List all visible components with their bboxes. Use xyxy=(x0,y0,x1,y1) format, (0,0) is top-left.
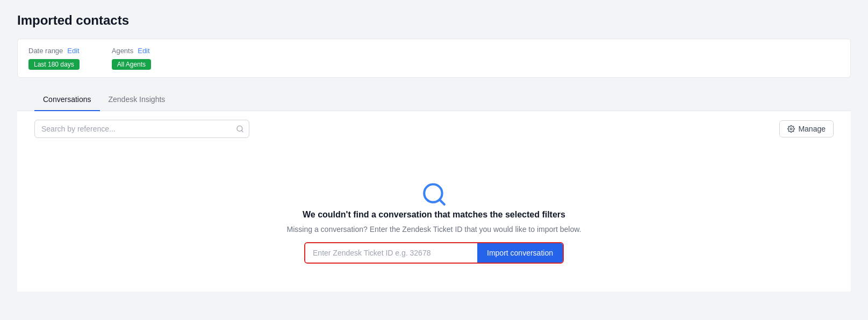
date-range-filter: Date range Edit Last 180 days xyxy=(28,47,80,70)
manage-button[interactable]: Manage xyxy=(779,120,834,137)
gear-icon xyxy=(787,125,795,133)
content-area: Conversations Zendesk Insights xyxy=(17,89,851,292)
agents-filter: Agents Edit All Agents xyxy=(112,47,151,70)
manage-button-label: Manage xyxy=(798,125,826,133)
agents-label: Agents Edit xyxy=(112,47,151,55)
import-conversation-button[interactable]: Import conversation xyxy=(477,243,563,263)
main-content: Manage We couldn't find a conversation t… xyxy=(17,111,851,292)
tabs-row: Conversations Zendesk Insights xyxy=(17,89,851,111)
page-title: Imported contacts xyxy=(17,13,851,28)
agents-badge: All Agents xyxy=(112,59,151,70)
empty-state-subtitle: Missing a conversation? Enter the Zendes… xyxy=(287,225,582,234)
tab-zendesk-insights[interactable]: Zendesk Insights xyxy=(100,89,174,111)
agents-edit-link[interactable]: Edit xyxy=(138,47,149,55)
filter-bar: Date range Edit Last 180 days Agents Edi… xyxy=(17,39,851,78)
tab-conversations[interactable]: Conversations xyxy=(34,89,100,111)
search-manage-row: Manage xyxy=(34,120,834,138)
zendesk-id-input[interactable] xyxy=(305,243,477,263)
empty-state: We couldn't find a conversation that mat… xyxy=(34,159,834,274)
search-input[interactable] xyxy=(34,120,249,138)
date-range-edit-link[interactable]: Edit xyxy=(67,47,79,55)
search-icon-button[interactable] xyxy=(236,125,244,133)
search-box xyxy=(34,120,249,138)
empty-state-title: We couldn't find a conversation that mat… xyxy=(303,210,565,220)
empty-state-icon xyxy=(421,181,448,210)
import-row: Import conversation xyxy=(304,242,564,264)
svg-line-4 xyxy=(439,200,444,205)
svg-point-2 xyxy=(791,128,793,130)
search-icon xyxy=(236,125,244,133)
date-range-label: Date range Edit xyxy=(28,47,80,55)
svg-line-1 xyxy=(241,130,243,132)
date-range-badge: Last 180 days xyxy=(28,59,80,70)
